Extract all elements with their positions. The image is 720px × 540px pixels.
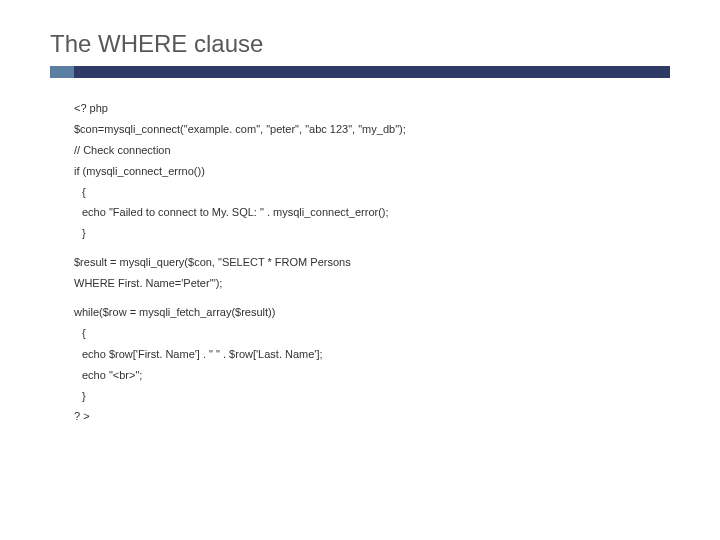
code-line: echo $row['First. Name'] . " " . $row['L… xyxy=(74,344,670,365)
code-line: } xyxy=(74,386,670,407)
accent-right xyxy=(74,66,670,78)
accent-bar xyxy=(50,66,670,78)
code-line: // Check connection xyxy=(74,140,670,161)
blank-line xyxy=(74,244,670,252)
code-line: $result = mysqli_query($con, "SELECT * F… xyxy=(74,252,670,273)
code-line: echo "Failed to connect to My. SQL: " . … xyxy=(74,202,670,223)
blank-line xyxy=(74,294,670,302)
code-line: echo "<br>"; xyxy=(74,365,670,386)
accent-left xyxy=(50,66,74,78)
code-block: <? php $con=mysqli_connect("example. com… xyxy=(50,98,670,427)
code-line: $con=mysqli_connect("example. com", "pet… xyxy=(74,119,670,140)
slide-title: The WHERE clause xyxy=(50,30,670,58)
code-line: { xyxy=(74,182,670,203)
code-line: while($row = mysqli_fetch_array($result)… xyxy=(74,302,670,323)
code-line: WHERE First. Name='Peter'"); xyxy=(74,273,670,294)
code-line: ? > xyxy=(74,406,670,427)
code-line: <? php xyxy=(74,98,670,119)
code-line: if (mysqli_connect_errno()) xyxy=(74,161,670,182)
code-line: { xyxy=(74,323,670,344)
code-line: } xyxy=(74,223,670,244)
